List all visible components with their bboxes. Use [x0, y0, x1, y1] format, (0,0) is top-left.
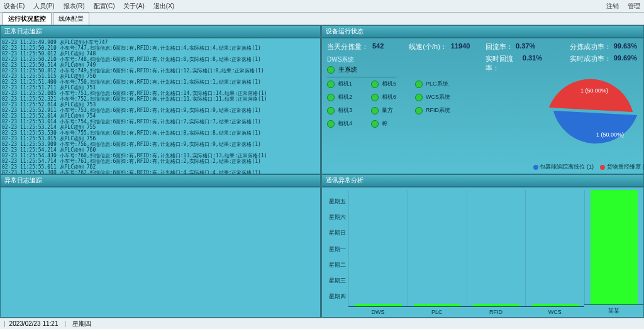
tab[interactable]: 运行状况监控 — [3, 13, 52, 25]
separator: | — [64, 320, 66, 327]
bar-label: DWS — [348, 306, 408, 317]
menu-item[interactable]: 关于(A) — [123, 2, 144, 11]
bar-column: DWS — [348, 190, 408, 317]
dws-item-label: 相机4 — [338, 120, 352, 128]
tabbar: 运行状况监控线体配置 — [0, 13, 644, 25]
dws-item: 量方 — [371, 106, 396, 114]
status-panel: 当天分拣量：542 线速(个/h)：11940 DWS系统 主系统 相机1相机2… — [321, 38, 644, 174]
log-line: 02-23 11:25:50.514 从PLC读到 749 — [2, 62, 319, 68]
bar-column: PLC — [408, 190, 467, 317]
status-dot-icon — [327, 120, 335, 128]
log-line: 02-23 11:25:52.005 小车号:751,扫描信息:6面扫:有,RF… — [2, 91, 319, 96]
stat-label: 分拣成功率： — [570, 42, 611, 52]
log-line: 02-23 11:25:50.210 小车号:747,扫描信息:6面扫:有,RF… — [2, 45, 319, 51]
stat-value: 0.31% — [523, 54, 542, 73]
legend-label: 包裹能追踪离线位 (1) — [540, 164, 594, 170]
status-title: 设备运行状态 — [321, 25, 644, 38]
legend-label: 货物重经维度 (12) — [607, 164, 644, 170]
log-line: 02-23 11:25:52.614 从PLC读到 753 — [2, 102, 319, 108]
pie-svg: 1 (50.00%) 1 (50.00%) — [543, 56, 643, 157]
main: 正常日志追踪 02-23 11:25:49.909 从PLC读到小车号74702… — [0, 25, 644, 318]
status-dot-icon — [371, 81, 379, 88]
dws-item: 相机3 — [327, 106, 352, 114]
comm-yaxis: 星期五星期六星期日星期一星期二星期三星期四 — [322, 187, 348, 317]
dws-title: DWS系统 — [327, 55, 480, 64]
log-line: 02-23 11:25:54.214 从PLC读到 760 — [2, 147, 319, 153]
error-log-panel[interactable] — [0, 187, 321, 318]
pie-chart: 分拣成功率：99.63% 实时成功率：99.69% 1 (50.00%) 1 (… — [542, 38, 643, 174]
bar — [591, 190, 637, 304]
status-weekday: 星期四 — [72, 320, 91, 328]
status-dot-icon — [371, 120, 379, 128]
bar-label: 某某 — [584, 304, 643, 317]
menubar-right: 注销管理 — [606, 2, 640, 11]
comm-bars: DWSPLCRFIDWCS某某 — [348, 187, 643, 317]
stat-label: 实时成功率： — [570, 54, 611, 64]
log-line: 02-23 11:25:54.714 小车号:761,扫描信息:6面扫:有,RF… — [2, 159, 319, 164]
bar-column: RFID — [467, 190, 526, 317]
log-line: 02-23 11:25:50.812 小车号:749,扫描信息:6面扫:有,RF… — [2, 68, 319, 74]
stat-label: 实时回流率： — [486, 54, 520, 73]
dws-item-label: PLC系统 — [426, 80, 448, 88]
bar-label: WCS — [525, 306, 584, 317]
log-line: 02-23 11:25:51.115 从PLC读到 750 — [2, 74, 319, 79]
dws-item-label: 相机2 — [338, 93, 352, 101]
log-line: 02-23 11:25:55.011 从PLC读到 762 — [2, 164, 319, 170]
yaxis-label: 星期二 — [325, 261, 346, 269]
log-line: 02-23 11:25:53.530 小车号:755,扫描信息:6面扫:有,RF… — [2, 130, 319, 136]
menu-item[interactable]: 人员(P) — [33, 2, 54, 11]
log-line: 02-23 11:25:55.300 小车号:762,扫描信息:6面扫:有,RF… — [2, 170, 319, 174]
log-line: 02-23 11:25:52.911 小车号:753,扫描信息:6面扫:有,RF… — [2, 108, 319, 113]
dws-item: WCS系统 — [415, 93, 450, 101]
pie-legend: 包裹能追踪离线位 (1) 货物重经维度 (12) — [533, 163, 644, 171]
dws-item-label: WCS系统 — [426, 93, 450, 101]
log-line: 02-23 11:25:49.909 从PLC读到小车号747 — [2, 40, 319, 45]
bar-label: PLC — [408, 306, 467, 317]
comm-panel: 星期五星期六星期日星期一星期二星期三星期四 DWSPLCRFIDWCS某某 — [321, 187, 644, 318]
log-line: 02-23 11:25:51.400 小车号:750,扫描信息:6面扫:有,RF… — [2, 79, 319, 85]
normal-log-panel[interactable]: 02-23 11:25:49.909 从PLC读到小车号74702-23 11:… — [0, 38, 321, 174]
dws-item: 相机4 — [327, 120, 352, 128]
log-line: 02-23 11:25:52.014 从PLC读到 754 — [2, 113, 319, 119]
tab[interactable]: 线体配置 — [53, 13, 89, 25]
menubar-left: 设备(E)人员(P)报表(R)配置(C)关于(A)退出(X) — [4, 2, 174, 11]
menu-item[interactable]: 配置(C) — [94, 2, 115, 11]
dws-item-label: 相机1 — [338, 80, 352, 88]
yaxis-label: 星期一 — [325, 245, 346, 254]
legend-dot-icon — [533, 165, 538, 170]
stat-value: 542 — [372, 42, 384, 52]
comm-title: 通讯异常分析 — [321, 174, 644, 187]
log-line: 02-23 11:25:54.430 小车号:760,扫描信息:6面扫:有,RF… — [2, 153, 319, 159]
log-line: 02-23 11:25:53.815 从PLC读到 756 — [2, 136, 319, 142]
menu-item[interactable]: 管理 — [628, 2, 640, 11]
bar-label: RFID — [467, 306, 526, 317]
menu-item[interactable]: 设备(E) — [4, 2, 25, 11]
dws-item-label: 称 — [382, 120, 387, 128]
dws-item: 相机5 — [371, 80, 396, 88]
dws-main: 主系统 — [327, 65, 396, 77]
dws-item: 称 — [371, 120, 396, 128]
yaxis-label: 星期日 — [325, 229, 346, 237]
status-dot-icon — [327, 66, 335, 74]
dws-item: 相机2 — [327, 93, 352, 101]
stat-value: 11940 — [451, 42, 470, 52]
status-dot-icon — [415, 107, 423, 114]
log-line: 02-23 11:25:50.012 从PLC读到 748 — [2, 51, 319, 57]
dws-item-label: RFID系统 — [426, 106, 450, 114]
yaxis-label: 星期五 — [325, 198, 346, 206]
status-dot-icon — [371, 107, 379, 114]
menu-item[interactable]: 退出(X) — [153, 2, 174, 11]
bar-column: WCS — [525, 190, 584, 317]
dws-item-label: 相机6 — [382, 93, 396, 101]
statusbar: 2023/02/23 11:21 | 星期四 — [0, 318, 644, 329]
menu-item[interactable]: 注销 — [606, 2, 619, 11]
menu-item[interactable]: 报表(R) — [64, 2, 85, 11]
pie-slice1-label: 1 (50.00%) — [580, 87, 608, 94]
dws-item-label: 相机5 — [382, 80, 396, 88]
status-dot-icon — [415, 94, 423, 101]
dws-grid: 相机1相机2相机3相机4 相机5相机6量方称 PLC系统WCS系统RFID系统 — [327, 80, 480, 128]
status-dot-icon — [327, 81, 335, 88]
yaxis-label: 星期四 — [325, 293, 346, 301]
normal-log-title: 正常日志追踪 — [0, 25, 321, 38]
log-line: 02-23 11:25:53.909 小车号:756,扫描信息:6面扫:有,RF… — [2, 142, 319, 147]
